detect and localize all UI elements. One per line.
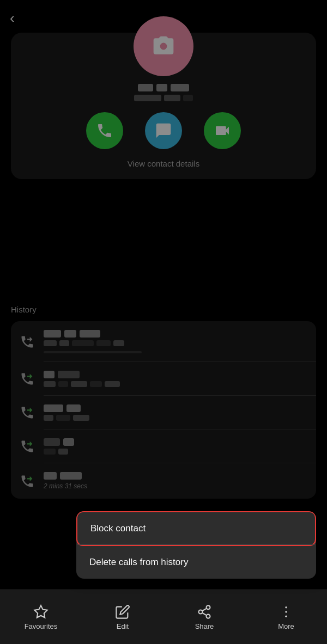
context-menu: Block contact Delete calls from history — [76, 511, 316, 579]
nav-favourites-label: Favourites — [25, 622, 58, 630]
svg-point-3 — [207, 614, 210, 618]
nav-more[interactable]: More — [251, 604, 322, 630]
svg-line-5 — [202, 608, 207, 611]
nav-edit[interactable]: Edit — [87, 604, 158, 630]
dim-overlay — [0, 0, 327, 590]
svg-point-6 — [285, 606, 287, 609]
nav-share-label: Share — [195, 622, 214, 630]
svg-point-7 — [285, 611, 287, 613]
nav-share[interactable]: Share — [169, 604, 240, 630]
nav-more-label: More — [278, 622, 294, 630]
svg-point-2 — [199, 610, 203, 614]
nav-favourites[interactable]: Favourites — [5, 604, 76, 630]
svg-point-8 — [285, 615, 287, 617]
svg-point-1 — [207, 605, 210, 609]
svg-line-4 — [202, 612, 207, 615]
block-contact-item[interactable]: Block contact — [76, 511, 316, 546]
svg-marker-0 — [34, 605, 47, 617]
nav-edit-label: Edit — [117, 622, 129, 630]
delete-calls-item[interactable]: Delete calls from history — [76, 546, 316, 579]
bottom-nav: Favourites Edit Share More — [0, 590, 327, 644]
